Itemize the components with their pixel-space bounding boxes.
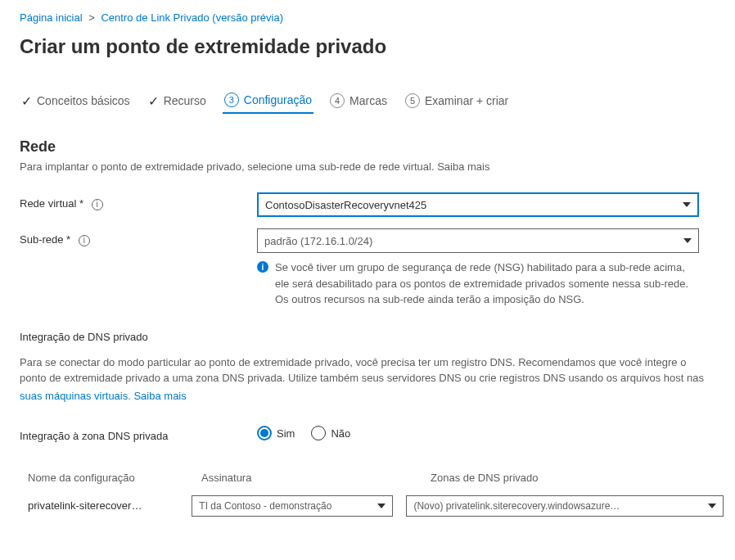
table-row: privatelink-siterecover… TI da Contoso -… (28, 490, 724, 522)
radio-no[interactable]: Não (311, 426, 350, 440)
chevron-down-icon (708, 504, 716, 508)
breadcrumb: Página inicial > Centro de Link Privado … (20, 11, 715, 24)
breadcrumb-home[interactable]: Página inicial (20, 11, 83, 24)
breadcrumb-center[interactable]: Centro de Link Privado (versão prévia) (101, 11, 283, 24)
vnet-value: ContosoDisasterRecoveryvnet425 (265, 199, 426, 211)
info-icon: i (257, 261, 268, 273)
table-header: Nome da configuração Assinatura Zonas de… (28, 465, 724, 490)
dns-description: Para se conectar do modo particular ao p… (20, 355, 715, 386)
dns-learn-more-link[interactable]: suas máquinas virtuais. Saiba mais (20, 390, 715, 402)
step-number-icon: 5 (405, 93, 420, 108)
dns-zone-value: (Novo) privatelink.siterecovery.windowsa… (413, 500, 620, 512)
dns-zones-table: Nome da configuração Assinatura Zonas de… (28, 465, 724, 522)
dns-zone-select[interactable]: (Novo) privatelink.siterecovery.windowsa… (406, 495, 724, 517)
nsg-info-text: Se você tiver um grupo de segurança de r… (275, 260, 699, 308)
tab-label: Examinar + criar (425, 94, 508, 107)
nsg-info-block: i Se você tiver um grupo de segurança de… (257, 260, 699, 308)
col-dns-zone: Zonas de DNS privado (431, 472, 724, 484)
info-icon[interactable]: i (79, 235, 90, 246)
info-icon[interactable]: i (92, 199, 103, 210)
step-number-icon: 3 (224, 93, 239, 107)
tab-label: Conceitos básicos (37, 94, 130, 107)
subnet-value: padrão (172.16.1.0/24) (264, 235, 372, 247)
config-name-cell: privatelink-siterecover… (28, 499, 192, 512)
vnet-select[interactable]: ContosoDisasterRecoveryvnet425 (257, 192, 699, 217)
vnet-label: Rede virtual * i (20, 192, 257, 210)
subscription-select[interactable]: TI da Contoso - demonstração (192, 495, 393, 517)
subnet-select[interactable]: padrão (172.16.1.0/24) (257, 228, 699, 253)
network-description: Para implantar o ponto de extremidade pr… (20, 160, 715, 173)
tab-label: Configuração (244, 93, 312, 106)
chevron-down-icon (683, 238, 692, 243)
tab-basics[interactable]: ✓ Conceitos básicos (20, 88, 132, 114)
subscription-value: TI da Contoso - demonstração (199, 500, 331, 512)
page-title: Criar um ponto de extremidade privado (20, 35, 715, 58)
tab-configuration[interactable]: 3 Configuração (223, 88, 313, 114)
chevron-down-icon (683, 202, 691, 207)
wizard-tabs: ✓ Conceitos básicos ✓ Recurso 3 Configur… (20, 88, 715, 114)
dns-integration-label: Integração à zona DNS privada (20, 425, 257, 442)
tab-resource[interactable]: ✓ Recurso (147, 88, 208, 114)
radio-yes[interactable]: Sim (257, 426, 295, 440)
check-icon: ✓ (148, 93, 159, 109)
chevron-down-icon (377, 504, 386, 508)
dns-integration-radio-group: Sim Não (257, 426, 715, 440)
dns-heading: Integração de DNS privado (20, 331, 715, 343)
tab-label: Marcas (349, 94, 387, 107)
col-config-name: Nome da configuração (28, 472, 201, 484)
check-icon: ✓ (21, 93, 32, 109)
subnet-label: Sub-rede * i (20, 228, 257, 246)
network-heading: Rede (20, 138, 715, 156)
tab-tags[interactable]: 4 Marcas (328, 88, 389, 113)
tab-review[interactable]: 5 Examinar + criar (404, 88, 510, 113)
tab-label: Recurso (164, 94, 206, 107)
radio-no-label: Não (331, 427, 350, 440)
col-subscription: Assinatura (201, 472, 431, 484)
radio-yes-label: Sim (277, 427, 295, 440)
breadcrumb-separator: > (88, 11, 95, 24)
step-number-icon: 4 (330, 93, 345, 108)
